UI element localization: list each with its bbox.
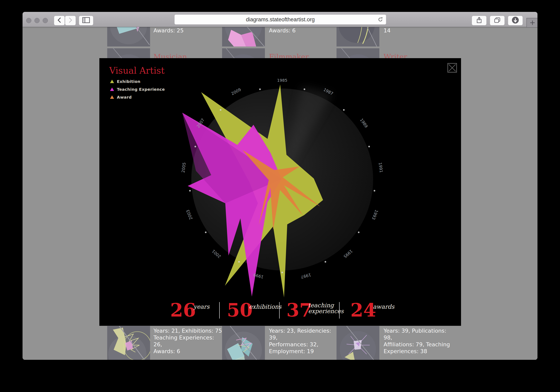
tab-overview-button[interactable] bbox=[490, 16, 505, 25]
legend-label: Exhibition bbox=[117, 79, 140, 84]
legend-item-exhibition[interactable]: Exhibition bbox=[110, 78, 165, 85]
legend-item-award[interactable]: Award bbox=[110, 93, 165, 101]
diagram-thumbnail[interactable] bbox=[107, 27, 150, 47]
card-stats: 14 bbox=[384, 27, 454, 34]
year-label: 2001 bbox=[211, 249, 222, 259]
year-tick-dot bbox=[358, 231, 360, 233]
stat-exhibitions-label: exhibitions bbox=[249, 304, 281, 310]
year-label: 1985 bbox=[277, 78, 288, 83]
sidebar-icon bbox=[82, 17, 90, 24]
year-label: 1989 bbox=[359, 118, 369, 129]
year-label: 1993 bbox=[371, 209, 379, 220]
triangle-icon bbox=[110, 88, 114, 91]
browser-toolbar: diagrams.stateoftheartist.org bbox=[22, 12, 538, 27]
diagram-thumbnail[interactable] bbox=[222, 27, 265, 47]
year-tick-dot bbox=[220, 109, 221, 111]
close-modal-button[interactable] bbox=[447, 63, 457, 73]
year-tick-dot bbox=[304, 88, 305, 90]
tabs-icon bbox=[494, 17, 500, 24]
downloads-button[interactable] bbox=[508, 16, 523, 25]
year-tick-dot bbox=[325, 261, 326, 263]
forward-button[interactable] bbox=[65, 16, 76, 25]
card-stats: Years: 21, Exhibitions: 75, Teaching Exp… bbox=[153, 327, 224, 355]
chart-legend: Exhibition Teaching Experience Award bbox=[110, 78, 165, 101]
close-icon bbox=[447, 63, 457, 73]
year-label: 2005 bbox=[181, 162, 187, 173]
card-stats: Awards: 6 bbox=[269, 27, 339, 34]
diagram-thumbnail[interactable] bbox=[337, 27, 379, 47]
visual-artist-modal: 1985198719891991199319951997199920012003… bbox=[99, 58, 461, 326]
stat-awards-label: awards bbox=[373, 304, 394, 310]
year-tick-dot bbox=[238, 261, 240, 263]
year-label: 2009 bbox=[230, 87, 242, 96]
browser-window: diagrams.stateoftheartist.org bbox=[22, 12, 538, 360]
address-bar[interactable]: diagrams.stateoftheartist.org bbox=[174, 14, 386, 25]
modal-title: Visual Artist bbox=[109, 65, 165, 76]
stat-exhibitions-value: 50 bbox=[227, 301, 253, 319]
legend-label: Teaching Experience bbox=[117, 87, 165, 92]
stat-awards-value: 24 bbox=[350, 301, 376, 319]
stat-years-label: years bbox=[193, 304, 210, 310]
page-content: Awards: 25 Awards: 6 14 bbox=[22, 27, 538, 360]
stat-divider bbox=[339, 302, 340, 319]
year-tick-dot bbox=[189, 190, 191, 191]
share-icon bbox=[477, 17, 482, 24]
year-tick-dot bbox=[343, 109, 345, 111]
year-label: 1997 bbox=[300, 272, 311, 279]
triangle-icon bbox=[110, 95, 114, 99]
diagram-thumbnail[interactable] bbox=[222, 326, 265, 360]
stat-divider bbox=[219, 302, 220, 319]
stat-divider bbox=[279, 302, 280, 319]
share-button[interactable] bbox=[472, 16, 487, 25]
legend-item-teaching-experience[interactable]: Teaching Experience bbox=[110, 85, 165, 93]
year-tick-dot bbox=[205, 231, 207, 233]
back-icon bbox=[57, 17, 61, 24]
stat-teaching-label: teaching experiences bbox=[308, 302, 344, 314]
zoom-window-button[interactable] bbox=[43, 18, 48, 23]
year-tick-dot bbox=[374, 190, 375, 191]
year-label: 1995 bbox=[342, 249, 353, 259]
year-tick-dot bbox=[194, 146, 196, 147]
reload-icon[interactable] bbox=[378, 17, 383, 23]
card-stats: Years: 39, Publications: 98, Affiliation… bbox=[384, 327, 454, 355]
legend-label: Award bbox=[117, 95, 132, 100]
card-stats: Years: 23, Residencies: 39, Performances… bbox=[269, 327, 339, 355]
year-label: 2003 bbox=[185, 209, 193, 220]
download-icon bbox=[511, 16, 519, 25]
back-button[interactable] bbox=[54, 16, 65, 25]
card-stats: Awards: 25 bbox=[153, 27, 224, 34]
sidebar-button[interactable] bbox=[79, 16, 93, 25]
triangle-icon bbox=[110, 80, 114, 83]
diagram-thumbnail[interactable] bbox=[107, 326, 150, 360]
year-tick-dot bbox=[368, 146, 370, 147]
year-tick-dot bbox=[281, 272, 283, 273]
address-text: diagrams.stateoftheartist.org bbox=[246, 17, 315, 23]
plus-icon bbox=[530, 20, 535, 25]
forward-icon bbox=[68, 17, 73, 24]
stat-years-value: 26 bbox=[170, 301, 196, 319]
new-tab-button[interactable] bbox=[526, 18, 538, 28]
close-window-button[interactable] bbox=[26, 18, 31, 23]
diagram-thumbnail[interactable] bbox=[337, 326, 379, 360]
year-tick-dot bbox=[259, 88, 261, 90]
year-label: 1991 bbox=[378, 162, 384, 173]
minimize-window-button[interactable] bbox=[34, 18, 40, 23]
